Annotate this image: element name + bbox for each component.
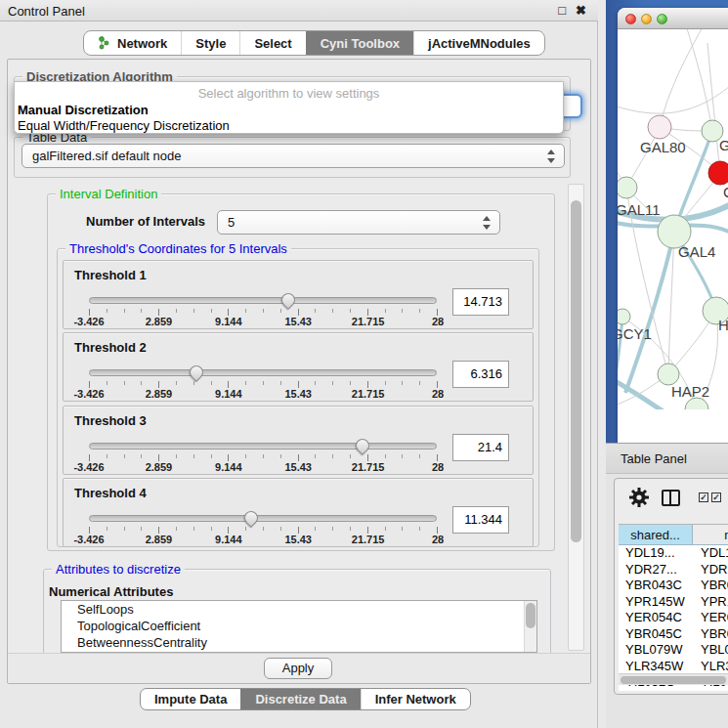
- tab-cyni-toolbox[interactable]: Cyni Toolbox: [306, 31, 413, 55]
- window-title: Control Panel: [8, 4, 85, 19]
- mac-zoom-icon[interactable]: [657, 14, 667, 24]
- list-item[interactable]: TopologicalCoefficient: [62, 618, 536, 634]
- node-label-gal80: GAL80: [640, 139, 686, 155]
- tab-impute-data[interactable]: Impute Data: [141, 689, 240, 709]
- threshold-4-slider-handle[interactable]: [241, 508, 261, 528]
- show-columns-icon[interactable]: [662, 490, 680, 506]
- threshold-2-slider[interactable]: [89, 369, 437, 376]
- threshold-3-box: Threshold 3 -3.4262.8599.14415.4321.7152…: [63, 406, 534, 475]
- table-h-scrollbar-thumb[interactable]: [621, 676, 726, 684]
- node-selected-red[interactable]: [708, 161, 728, 185]
- float-window-icon[interactable]: □: [558, 3, 566, 18]
- table-header-row: shared... na: [619, 524, 728, 545]
- column-header-shared-name[interactable]: shared...: [619, 525, 693, 544]
- table-row[interactable]: YBL079WYBL0: [619, 642, 728, 659]
- threshold-3-value-field[interactable]: 21.4: [452, 434, 509, 461]
- network-canvas[interactable]: GAL80 GA C GAL11 GAL4 GCY1 H HAP2: [618, 29, 728, 409]
- node-label-gal11: GAL11: [618, 201, 661, 218]
- table-row[interactable]: YPR145WYPR1: [619, 594, 728, 611]
- settings-scrollbar[interactable]: [568, 184, 584, 651]
- control-panel-window: Control Panel □ ✖ Network Style Select C…: [0, 0, 598, 728]
- table-h-scrollbar[interactable]: [619, 673, 728, 685]
- number-of-intervals-combobox[interactable]: 5: [217, 210, 500, 235]
- checkbox-icon[interactable]: ✓: [699, 492, 708, 502]
- threshold-4-slider[interactable]: [89, 515, 437, 522]
- table-row[interactable]: YDR27...YDR2: [619, 562, 728, 578]
- screenshot-stage: Control Panel □ ✖ Network Style Select C…: [0, 0, 728, 728]
- table-row[interactable]: YER054CYER0: [619, 610, 728, 626]
- mac-close-icon[interactable]: [625, 14, 636, 24]
- checkbox-icon[interactable]: ✓: [711, 492, 721, 502]
- table-row[interactable]: YDL19...YDL1: [619, 545, 728, 562]
- table-toolbar: ✓ ✓: [615, 479, 728, 518]
- table-panel-title: Table Panel: [621, 451, 687, 466]
- dropdown-option-manual[interactable]: Manual Discretization: [18, 103, 561, 117]
- tab-infer-network[interactable]: Infer Network: [361, 689, 470, 709]
- table-data-combobox[interactable]: galFiltered.sif default node: [21, 144, 565, 168]
- network-graph: GAL80 GA C GAL11 GAL4 GCY1 H HAP2: [618, 29, 728, 409]
- node-gal80[interactable]: [648, 115, 671, 139]
- number-of-intervals-value: 5: [228, 215, 235, 230]
- tab-style[interactable]: Style: [181, 31, 239, 55]
- threshold-1-value-field[interactable]: 14.713: [452, 288, 509, 316]
- threshold-1-label: Threshold 1: [74, 268, 147, 282]
- network-icon: [98, 36, 110, 50]
- node-label-partial-c: C: [723, 184, 728, 200]
- threshold-3-slider-handle[interactable]: [353, 436, 372, 455]
- list-item[interactable]: BetweennessCentrality: [62, 634, 536, 651]
- tab-jactivemnodules[interactable]: jActiveMNodules: [413, 31, 544, 55]
- threshold-2-label: Threshold 2: [74, 340, 147, 355]
- table-panel-header: Table Panel: [606, 443, 728, 474]
- node-label-gal4: GAL4: [678, 243, 715, 260]
- threshold-1-slider-handle[interactable]: [278, 290, 298, 310]
- settings-scrollbar-thumb[interactable]: [571, 200, 581, 542]
- threshold-4-label: Threshold 4: [74, 486, 147, 500]
- control-panel-tabbar: Network Style Select Cyni Toolbox jActiv…: [83, 30, 545, 56]
- node-gcy1[interactable]: [618, 309, 630, 324]
- apply-bar: Apply: [8, 653, 590, 683]
- attributes-group-title: Attributes to discretize: [52, 562, 185, 577]
- table-row[interactable]: YBR045CYBR0: [619, 626, 728, 643]
- threshold-3-slider[interactable]: [89, 443, 437, 450]
- gear-icon[interactable]: [628, 487, 650, 508]
- table-rows: YDL19...YDL1 YDR27...YDR2 YBR043CYBR0 YP…: [619, 545, 728, 691]
- threshold-2-box: Threshold 2 -3.4262.8599.14415.4321.7152…: [63, 332, 534, 402]
- cyni-bottom-tabbar: Impute Data Discretize Data Infer Networ…: [140, 688, 471, 710]
- list-scrollbar[interactable]: [524, 601, 536, 652]
- column-header-name[interactable]: na: [693, 525, 728, 544]
- threshold-1-box: Threshold 1 -3.4262.8599.14415.4321.7152…: [63, 260, 534, 329]
- tab-select[interactable]: Select: [239, 31, 305, 55]
- tab-network[interactable]: Network: [84, 31, 181, 55]
- threshold-4-value-field[interactable]: 11.344: [452, 506, 509, 534]
- threshold-2-value-field[interactable]: 6.316: [452, 361, 509, 388]
- list-item[interactable]: SelfLoops: [62, 601, 536, 618]
- network-window: GAL80 GA C GAL11 GAL4 GCY1 H HAP2: [618, 8, 728, 443]
- dropdown-placeholder: Select algorithm to view settings: [15, 86, 563, 101]
- node-label-gcy1: GCY1: [618, 325, 652, 342]
- slider-scale-labels: -3.4262.8599.14415.4321.71528: [89, 316, 438, 327]
- tab-discretize-data[interactable]: Discretize Data: [240, 689, 360, 709]
- node-label-hap2: HAP2: [671, 383, 709, 400]
- numerical-attributes-list[interactable]: SelfLoops TopologicalCoefficient Between…: [61, 600, 537, 653]
- close-window-icon[interactable]: ✖: [576, 3, 586, 18]
- node-label-partial-h: H: [718, 317, 728, 333]
- numerical-attributes-label: Numerical Attributes: [49, 584, 173, 599]
- apply-button[interactable]: Apply: [264, 658, 332, 679]
- dropdown-option-equal-width[interactable]: Equal Width/Frequency Discretization: [18, 118, 561, 133]
- combo-spinner-icon: [483, 215, 492, 231]
- threshold-1-slider[interactable]: [89, 297, 437, 304]
- table-row[interactable]: YBR043CYBR0: [619, 578, 728, 594]
- node-gal11[interactable]: [618, 177, 637, 198]
- node-hap2[interactable]: [658, 364, 679, 385]
- threshold-4-box: Threshold 4 -3.4262.8599.14415.4321.7152…: [63, 478, 534, 547]
- node-table: ✓ ✓ shared... na YDL19...YDL1 YDR27...YD…: [614, 478, 728, 695]
- threshold-2-slider-handle[interactable]: [187, 363, 206, 382]
- algorithm-dropdown-popup: Select algorithm to view settings Manual…: [14, 81, 564, 134]
- list-scrollbar-thumb[interactable]: [526, 603, 535, 628]
- interval-definition-title: Interval Definition: [56, 187, 161, 201]
- threshold-3-label: Threshold 3: [74, 413, 147, 428]
- node-label-partial-g: GA: [719, 137, 728, 153]
- mac-minimize-icon[interactable]: [641, 14, 652, 24]
- table-row[interactable]: YLR345WYLR3: [619, 659, 728, 675]
- number-of-intervals-label: Number of Intervals: [86, 214, 205, 229]
